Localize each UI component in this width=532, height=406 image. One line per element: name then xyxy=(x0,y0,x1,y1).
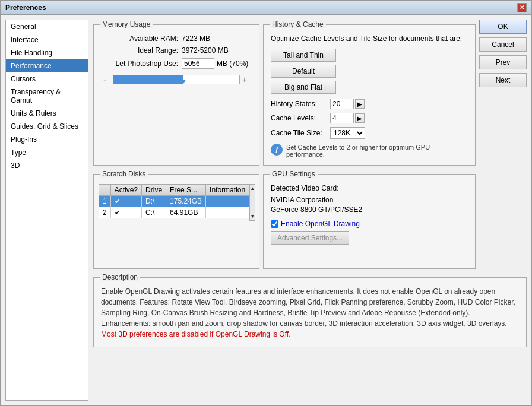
close-button[interactable]: ✕ xyxy=(517,3,527,12)
opengl-checkbox[interactable] xyxy=(271,220,278,228)
gpu-detected-label: Detected Video Card: xyxy=(271,184,468,192)
tall-thin-button[interactable]: Tall and Thin xyxy=(271,49,336,62)
advanced-settings-button[interactable]: Advanced Settings... xyxy=(271,231,349,245)
sidebar-item-guides-grid-slices[interactable]: Guides, Grid & Slices xyxy=(6,120,88,133)
history-states-arrow[interactable]: ▶ xyxy=(355,99,365,109)
table-row: 1 ✔ D:\ 175.24GB xyxy=(99,196,249,207)
cancel-button[interactable]: Cancel xyxy=(479,37,527,52)
main-layout: General Interface File Handling Performa… xyxy=(1,15,531,405)
history-states-label: History States: xyxy=(271,100,330,108)
history-states-input[interactable] xyxy=(330,99,354,109)
scratch-table-wrapper: Active? Drive Free S... Information 1 ✔ xyxy=(99,184,254,221)
cache-levels-control: ▶ xyxy=(330,113,365,123)
photoshop-use-input[interactable] xyxy=(182,58,214,69)
available-ram-row: Available RAM: 7223 MB xyxy=(101,34,252,43)
sidebar-item-3d[interactable]: 3D xyxy=(6,159,88,172)
cache-info-text: Set Cache Levels to 2 or higher for opti… xyxy=(286,144,468,158)
ideal-range-row: Ideal Range: 3972-5200 MB xyxy=(101,46,252,55)
description-text: Enable OpenGL Drawing activates certain … xyxy=(101,286,519,340)
sidebar-item-units-rulers[interactable]: Units & Rulers xyxy=(6,107,88,120)
sidebar: General Interface File Handling Performa… xyxy=(5,20,88,401)
prev-button[interactable]: Prev xyxy=(479,55,527,69)
cache-info: i Set Cache Levels to 2 or higher for op… xyxy=(271,144,468,158)
photoshop-use-label: Let Photoshop Use: xyxy=(101,59,178,68)
memory-panel: Memory Usage Available RAM: 7223 MB Idea… xyxy=(93,24,259,166)
row2-num: 2 xyxy=(99,207,111,218)
history-desc: Optimize Cache Levels and Tile Size for … xyxy=(271,34,468,43)
preferences-window: Preferences ✕ General Interface File Han… xyxy=(0,0,532,406)
scratch-scrollbar[interactable]: ▲ ▼ xyxy=(249,184,255,221)
row2-active[interactable]: ✔ xyxy=(110,207,141,218)
memory-panel-title: Memory Usage xyxy=(100,20,153,28)
sidebar-item-cursors[interactable]: Cursors xyxy=(6,72,88,85)
table-row: 2 ✔ C:\ 64.91GB xyxy=(99,207,249,218)
cache-tile-row: Cache Tile Size: 128K 256K 512K 1024K xyxy=(271,127,468,139)
history-fields: History States: ▶ Cache Levels: ▶ xyxy=(271,99,468,139)
slider-plus-icon[interactable]: + xyxy=(242,75,249,84)
row1-num: 1 xyxy=(99,196,111,207)
default-button[interactable]: Default xyxy=(271,65,336,78)
scratch-panel-title: Scratch Disks xyxy=(100,170,148,178)
available-ram-label: Available RAM: xyxy=(101,34,178,43)
memory-slider-container: - + xyxy=(101,75,252,84)
slider-minus-icon[interactable]: - xyxy=(103,75,110,84)
big-flat-button[interactable]: Big and Flat xyxy=(271,81,336,94)
cache-levels-input[interactable] xyxy=(330,113,354,123)
cache-levels-row: Cache Levels: ▶ xyxy=(271,113,468,123)
description-panel: Description Enable OpenGL Drawing activa… xyxy=(93,277,527,347)
memory-slider[interactable] xyxy=(113,75,240,84)
right-spacer xyxy=(479,169,527,269)
gpu-panel-title: GPU Settings xyxy=(270,170,318,178)
row1-info xyxy=(206,196,249,207)
opengl-checkbox-row: Enable OpenGL Drawing xyxy=(271,220,468,228)
ideal-range-value: 3972-5200 MB xyxy=(182,46,229,55)
slider-fill xyxy=(113,75,183,84)
scroll-down-arrow[interactable]: ▼ xyxy=(250,214,255,219)
gpu-panel: GPU Settings Detected Video Card: NVIDIA… xyxy=(263,174,476,269)
row1-active[interactable]: ✔ xyxy=(110,196,141,207)
bottom-panels: Scratch Disks Active? Drive Free S... In… xyxy=(93,169,527,269)
cache-levels-label: Cache Levels: xyxy=(271,114,330,122)
sidebar-item-plug-ins[interactable]: Plug-Ins xyxy=(6,133,88,146)
opengl-label[interactable]: Enable OpenGL Drawing xyxy=(281,220,360,228)
next-button[interactable]: Next xyxy=(479,73,527,87)
desc-red: Most 3D preferences are disabled if Open… xyxy=(101,330,290,338)
sidebar-item-interface[interactable]: Interface xyxy=(6,33,88,46)
top-panels: Memory Usage Available RAM: 7223 MB Idea… xyxy=(93,20,527,166)
sidebar-item-file-handling[interactable]: File Handling xyxy=(6,46,88,59)
history-panel-title: History & Cache xyxy=(270,20,326,28)
row2-free: 64.91GB xyxy=(166,207,206,218)
title-bar: Preferences ✕ xyxy=(1,1,531,15)
scroll-up-arrow[interactable]: ▲ xyxy=(250,186,255,191)
cache-levels-arrow[interactable]: ▶ xyxy=(355,113,365,123)
sidebar-item-type[interactable]: Type xyxy=(6,146,88,159)
row1-free: 175.24GB xyxy=(166,196,206,207)
ok-button[interactable]: OK xyxy=(479,20,527,34)
cache-tile-label: Cache Tile Size: xyxy=(271,129,330,137)
row2-drive: C:\ xyxy=(142,207,166,218)
col-active xyxy=(99,185,111,196)
sidebar-item-performance[interactable]: Performance xyxy=(6,59,88,72)
row1-drive: D:\ xyxy=(142,196,166,207)
right-buttons: OK Cancel Prev Next xyxy=(479,20,527,166)
sidebar-item-general[interactable]: General xyxy=(6,20,88,33)
desc-main: Enable OpenGL Drawing activates certain … xyxy=(101,287,515,328)
gpu-card-name: NVIDIA Corporation xyxy=(271,196,468,204)
ideal-range-label: Ideal Range: xyxy=(101,46,178,55)
scratch-panel: Scratch Disks Active? Drive Free S... In… xyxy=(93,174,259,269)
cache-tile-control: 128K 256K 512K 1024K xyxy=(330,127,365,139)
description-panel-title: Description xyxy=(100,273,140,281)
main-content: Memory Usage Available RAM: 7223 MB Idea… xyxy=(93,20,527,401)
cache-tile-select[interactable]: 128K 256K 512K 1024K xyxy=(330,127,365,139)
col-free: Free S... xyxy=(166,185,206,196)
col-drive: Drive xyxy=(142,185,166,196)
row2-info xyxy=(206,207,249,218)
gpu-card-desc: GeForce 8800 GT/PCI/SSE2 xyxy=(271,205,468,214)
history-panel: History & Cache Optimize Cache Levels an… xyxy=(263,24,476,166)
scratch-table: Active? Drive Free S... Information 1 ✔ xyxy=(99,184,249,218)
available-ram-value: 7223 MB xyxy=(182,34,210,43)
col-info: Information xyxy=(206,185,249,196)
history-states-control: ▶ xyxy=(330,99,365,109)
photoshop-use-row: Let Photoshop Use: MB (70%) xyxy=(101,58,252,69)
sidebar-item-transparency-gamut[interactable]: Transparency & Gamut xyxy=(6,85,88,107)
